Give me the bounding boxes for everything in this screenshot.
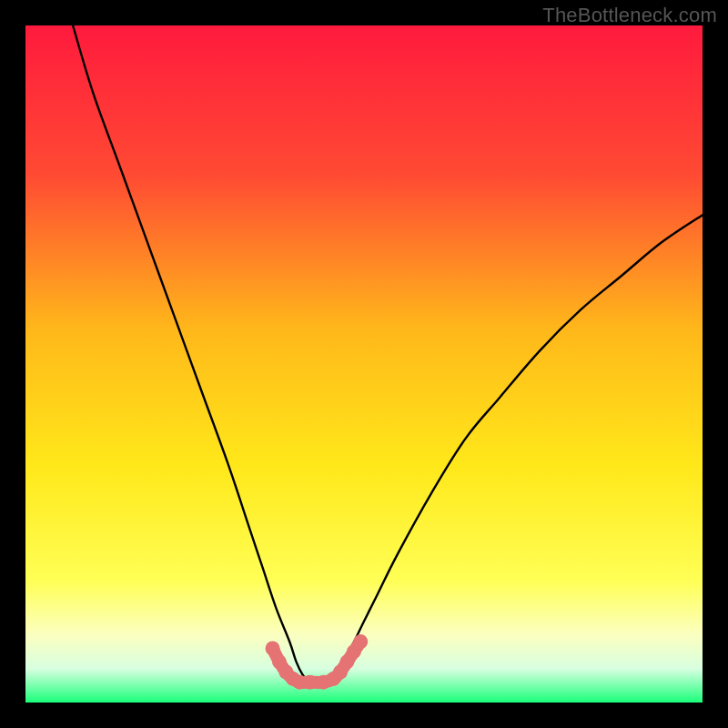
bottleneck-chart [25,25,703,703]
watermark-text: TheBottleneck.com [542,4,717,27]
chart-stage: TheBottleneck.com [0,0,728,728]
highlight-bump-dot [353,634,368,649]
gradient-bg [25,25,703,703]
highlight-bump-dot [302,675,317,690]
highlight-bump-dot [266,641,280,655]
